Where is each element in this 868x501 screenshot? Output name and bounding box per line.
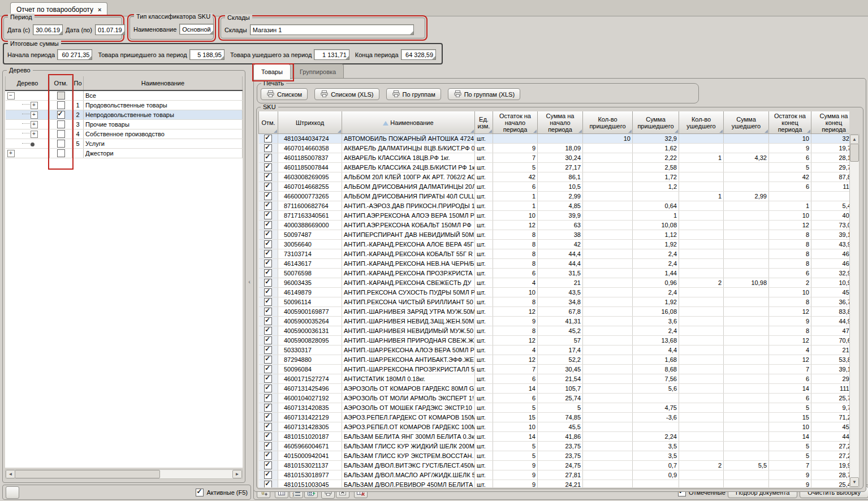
check-cell[interactable]: ✓ [259, 317, 278, 326]
check-cell[interactable]: ✓ [259, 480, 278, 488]
check-cell[interactable]: ✓ [259, 182, 278, 192]
check-cell[interactable]: ✓ [259, 326, 278, 336]
sku-header-row[interactable]: Отм.ШтрихкодНаименованиеЕд. изм.Остаток … [259, 111, 850, 134]
tree-name-cell[interactable]: Услуги [84, 139, 243, 149]
row-checkbox[interactable]: ✓ [264, 154, 272, 162]
check-cell[interactable]: ✓ [259, 422, 278, 432]
table-row[interactable]: ✓50330317АНТИП.-ШАР.РЕКСОНА АЛОЭ ВЕРА 50… [259, 345, 850, 355]
check-cell[interactable]: ✓ [259, 355, 278, 365]
table-row[interactable]: ✓4601185007844АКВАРЕЛЬ КЛАССИКА 24ЦВ.Б/К… [259, 163, 850, 172]
table-row[interactable]: ✓50096084АНТИП.-ШАР.РЕКСОНА ПРОЗР.КРИСТА… [259, 365, 850, 374]
tree-node-cell[interactable]: + [6, 149, 50, 158]
tree-column-header[interactable]: По [72, 76, 84, 90]
table-row[interactable]: ✓4660000773265АЛЬБОМ Д/РИСОВАНИЯ ПИРАТЫ … [259, 192, 850, 201]
row-checkbox[interactable] [57, 140, 65, 148]
row-checkbox[interactable]: ✓ [264, 413, 272, 421]
row-checkbox[interactable]: ✓ [264, 452, 272, 460]
row-checkbox[interactable]: ✓ [264, 135, 272, 142]
table-row[interactable]: ✓4601185007837АКВАРЕЛЬ КЛАССИКА 18ЦВ.РФ … [259, 153, 850, 163]
table-row[interactable]: ✓4607131428305АЭРОЗ.РЕПЕЛ.ОТ КОМАРОВ ГАР… [259, 422, 850, 432]
row-checkbox[interactable] [57, 92, 65, 100]
tree-name-cell[interactable]: Все [84, 90, 243, 101]
expand-icon[interactable]: + [31, 102, 38, 109]
filter-icon[interactable] [6, 486, 19, 499]
table-row[interactable]: ✓50097487АНТИПЕРСПИРАНТ ДАВ НЕВИДИМЫЙ 50… [259, 230, 850, 240]
tree-node-cell[interactable] [6, 139, 50, 149]
row-checkbox[interactable]: ✓ [264, 423, 272, 431]
row-checkbox[interactable]: ✓ [264, 250, 272, 258]
sku-column-header[interactable]: Кол-во ушедшего [679, 111, 724, 134]
table-row[interactable]: ✓4607014668255АЛЬБОМ Д/РИСОВАНИЯ ДАЛМАТИ… [259, 182, 850, 192]
tree-check-cell[interactable]: ✓ [50, 110, 72, 120]
table-row[interactable]: ✓4005900036131АНТИП.-ШАР.НИВЕЯ НЕВИДИМЫЙ… [259, 326, 850, 336]
table-row[interactable]: ✓4607131422129АЭРОЗ.РЕПЕЛ.ГАРДЕКС ОТ КОМ… [259, 413, 850, 422]
tree-column-header[interactable]: Наименование [84, 76, 243, 90]
check-cell[interactable]: ✓ [259, 451, 278, 461]
check-cell[interactable]: ✓ [259, 192, 278, 201]
tree-check-cell[interactable] [50, 149, 72, 158]
check-cell[interactable]: ✓ [259, 384, 278, 394]
row-checkbox[interactable] [57, 120, 65, 128]
tab-goods[interactable]: Товары [253, 64, 291, 79]
check-cell[interactable]: ✓ [259, 432, 278, 442]
table-row[interactable]: ✓46143617АНТИП.-КАРАНД.РЕКСОНА НЕВ.НА ЧЕ… [259, 259, 850, 269]
check-cell[interactable]: ✓ [259, 365, 278, 374]
tree-check-cell[interactable] [50, 120, 72, 129]
tree-name-cell[interactable]: Непродовольственные товары [84, 110, 243, 120]
row-checkbox[interactable]: ✓ [264, 404, 272, 412]
sku-vscroll-thumb[interactable] [850, 144, 859, 162]
tree-row[interactable]: +Джестори [6, 149, 243, 158]
table-row[interactable]: ✓4600171527274АНТИСТАТИК 180МЛ 0.18кг.шт… [259, 374, 850, 384]
tree-column-header[interactable]: Отм. [50, 76, 72, 90]
row-checkbox[interactable] [57, 101, 65, 109]
print-button[interactable]: Списком (XLS) [314, 88, 379, 100]
print-button[interactable]: Списком [261, 88, 308, 100]
check-cell[interactable]: ✓ [259, 153, 278, 163]
row-checkbox[interactable]: ✓ [264, 298, 272, 306]
row-checkbox[interactable]: ✓ [264, 375, 272, 383]
active-checkbox-group[interactable]: ✓ Активные (F5) [196, 489, 248, 496]
check-cell[interactable]: ✓ [259, 403, 278, 413]
sku-column-header[interactable]: Сумма на начало периода [538, 111, 583, 134]
row-checkbox[interactable]: ✓ [264, 356, 272, 364]
tree-node-cell[interactable]: − [6, 90, 50, 101]
check-cell[interactable]: ✓ [259, 278, 278, 288]
row-checkbox[interactable]: ✓ [264, 385, 272, 392]
sku-vscrollbar[interactable]: ▲ ▼ [849, 134, 860, 487]
tree-row[interactable]: −Все [6, 90, 243, 101]
row-checkbox[interactable]: ✓ [264, 394, 272, 402]
row-checkbox[interactable]: ✓ [264, 279, 272, 287]
row-checkbox[interactable]: ✓ [264, 221, 272, 229]
table-row[interactable]: ✓73103714АНТИП.-КАРАНД.РЕКСОНА КОБАЛЬТ 5… [259, 249, 850, 259]
row-checkbox[interactable] [57, 130, 65, 138]
table-row[interactable]: ✓4600104027192АЭРОЗОЛЬ ОТ МОЛИ АРМОЛЬ ЭК… [259, 394, 850, 403]
row-checkbox[interactable]: ✓ [264, 461, 272, 469]
row-checkbox[interactable]: ✓ [57, 111, 65, 119]
scroll-down-icon[interactable]: ▼ [850, 477, 859, 487]
table-row[interactable]: ✓8717163340561АНТИП.АЭР.РЕКСОНА АЛОЭ ВЕР… [259, 211, 850, 221]
row-checkbox[interactable]: ✓ [264, 433, 272, 440]
print-button[interactable]: По группам [386, 88, 441, 100]
table-row[interactable]: ✓4605966004671БАЛЬЗАМ ГЛИСС КУР ЖИДКИЙ Ш… [259, 442, 850, 451]
row-checkbox[interactable]: ✓ [264, 365, 272, 373]
table-row[interactable]: ✓4005900035264АНТИП.-ШАР.НИВЕЯ НЕВИД.ЗАЩ… [259, 317, 850, 326]
table-row[interactable]: ✓4810151003045БАЛЬЗАМ Д/ВОЛ.РЕВИВОР 450М… [259, 480, 850, 488]
table-row[interactable]: ✓4603008269095АЛЬБОМ 20Л КЛЕЙ 100ГР АК А… [259, 172, 850, 182]
sku-column-header[interactable]: Сумма ушедшего [724, 111, 769, 134]
sku-column-header[interactable]: Остаток на начало периода [493, 111, 538, 134]
tree-hscroll-thumb[interactable] [15, 470, 160, 478]
tree-row[interactable]: +1Продовольственные товары [6, 101, 243, 110]
expand-icon[interactable]: + [31, 131, 38, 138]
sku-column-header[interactable]: Отм. [259, 111, 278, 134]
tree-row[interactable]: 5Услуги [6, 139, 243, 149]
table-row[interactable]: ✓8711600682764АНТИП.-АЭРОЗ.ДАВ ПРИКОСН.П… [259, 201, 850, 211]
tree-column-header[interactable]: Дерево [6, 76, 50, 90]
sku-column-header[interactable]: Сумма на конец периода [811, 111, 850, 134]
row-checkbox[interactable]: ✓ [264, 202, 272, 210]
table-row[interactable]: ✓4607014660358АКВАРЕЛЬ ДАЛМАТИНЦЫ 8ЦВ.Б/… [259, 144, 850, 153]
table-row[interactable]: ✓96003435АНТИП.-КАРАНД.РЕКСОНА СВЕЖЕСТЬ … [259, 278, 850, 288]
check-cell[interactable]: ✓ [259, 134, 278, 144]
tree-hscrollbar[interactable]: ◄ ► [5, 469, 243, 479]
row-checkbox[interactable]: ✓ [264, 481, 272, 487]
table-row[interactable]: ✓4810151020187БАЛЬЗАМ БЕЛИТА ЯНГ 300МЛ Б… [259, 432, 850, 442]
